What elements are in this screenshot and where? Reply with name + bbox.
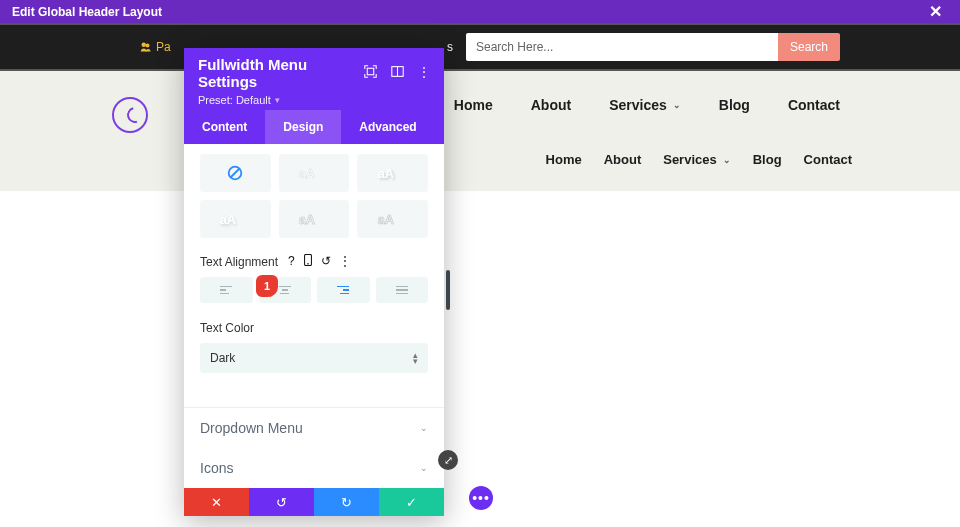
menu-dots-icon[interactable]: ⋮ bbox=[418, 65, 430, 81]
text-style-grid: aA aA aA aA aA bbox=[200, 154, 428, 238]
phone-icon[interactable] bbox=[303, 254, 313, 269]
svg-text:aA: aA bbox=[299, 166, 315, 181]
nav1-about[interactable]: About bbox=[531, 97, 571, 113]
text-style-aa-3[interactable]: aA bbox=[357, 154, 428, 192]
chevron-down-icon: ⌄ bbox=[420, 463, 428, 473]
panel-title: Fullwidth Menu Settings bbox=[198, 56, 364, 90]
svg-text:aA: aA bbox=[299, 212, 315, 227]
primary-menu: Home About Services⌄ Blog Contact bbox=[454, 97, 840, 113]
accordion-dropdown-menu[interactable]: Dropdown Menu ⌄ bbox=[184, 408, 444, 448]
text-alignment-label: Text Alignment bbox=[200, 255, 278, 269]
save-button[interactable]: ✓ bbox=[379, 488, 444, 516]
tab-design[interactable]: Design bbox=[265, 110, 341, 144]
svg-point-0 bbox=[142, 43, 147, 48]
text-style-aa-2[interactable]: aA bbox=[279, 154, 350, 192]
nav2-services[interactable]: Services⌄ bbox=[663, 152, 731, 167]
help-icon[interactable]: ? bbox=[288, 254, 295, 269]
expand-icon[interactable] bbox=[364, 65, 377, 81]
panel-tabs: Content Design Advanced bbox=[184, 110, 444, 144]
align-left[interactable] bbox=[200, 277, 253, 303]
svg-point-1 bbox=[146, 44, 150, 48]
nav1-contact[interactable]: Contact bbox=[788, 97, 840, 113]
text-color-label: Text Color bbox=[200, 321, 428, 335]
panel-header[interactable]: Fullwidth Menu Settings ⋮ Preset: Defaul… bbox=[184, 48, 444, 110]
cutoff-text: s bbox=[447, 40, 453, 54]
text-color-value: Dark bbox=[210, 351, 235, 365]
align-justify[interactable] bbox=[376, 277, 429, 303]
tab-content[interactable]: Content bbox=[184, 110, 265, 144]
text-alignment-options: 1 bbox=[200, 277, 428, 303]
secondary-menu: Home About Services⌄ Blog Contact bbox=[546, 152, 852, 167]
svg-rect-2 bbox=[367, 68, 374, 75]
drag-handle-icon[interactable]: ⤢ bbox=[438, 450, 458, 470]
nav2-blog[interactable]: Blog bbox=[753, 152, 782, 167]
chevron-down-icon: ▾ bbox=[275, 95, 280, 105]
panel-body: aA aA aA aA aA Text Alignment ? ↺ ⋮ bbox=[184, 144, 444, 387]
global-header-title: Edit Global Header Layout bbox=[12, 5, 162, 19]
svg-point-13 bbox=[307, 263, 309, 265]
pause-indicator: Pa bbox=[140, 40, 171, 54]
text-alignment-row: Text Alignment ? ↺ ⋮ bbox=[200, 254, 428, 269]
cancel-button[interactable]: ✕ bbox=[184, 488, 249, 516]
builder-toolbar: Pa s Search bbox=[0, 23, 960, 71]
text-style-aa-5[interactable]: aA bbox=[279, 200, 350, 238]
text-color-select[interactable]: Dark ▴▾ bbox=[200, 343, 428, 373]
more-dots-icon[interactable]: ⋮ bbox=[339, 254, 351, 269]
nav1-blog[interactable]: Blog bbox=[719, 97, 750, 113]
nav2-about[interactable]: About bbox=[604, 152, 642, 167]
preset-selector[interactable]: Preset: Default ▾ bbox=[198, 94, 430, 106]
chevron-down-icon: ⌄ bbox=[723, 155, 731, 165]
align-right[interactable] bbox=[317, 277, 370, 303]
close-icon[interactable]: ✕ bbox=[923, 2, 948, 21]
nav2-contact[interactable]: Contact bbox=[804, 152, 852, 167]
global-header-bar: Edit Global Header Layout ✕ bbox=[0, 0, 960, 23]
tab-advanced[interactable]: Advanced bbox=[341, 110, 434, 144]
panel-footer: ✕ ↺ ↻ ✓ bbox=[184, 488, 444, 516]
text-style-none[interactable] bbox=[200, 154, 271, 192]
svg-line-6 bbox=[231, 169, 240, 178]
text-style-aa-6[interactable]: aA bbox=[357, 200, 428, 238]
redo-button[interactable]: ↻ bbox=[314, 488, 379, 516]
undo-button[interactable]: ↺ bbox=[249, 488, 314, 516]
svg-text:aA: aA bbox=[220, 212, 236, 227]
nav1-home[interactable]: Home bbox=[454, 97, 493, 113]
site-header-preview: Home About Services⌄ Blog Contact Home A… bbox=[0, 71, 960, 191]
chevron-down-icon: ⌄ bbox=[673, 100, 681, 110]
text-style-aa-4[interactable]: aA bbox=[200, 200, 271, 238]
svg-text:aA: aA bbox=[377, 166, 393, 181]
select-arrows-icon: ▴▾ bbox=[413, 352, 418, 364]
svg-text:aA: aA bbox=[377, 212, 393, 227]
search-wrap: Search bbox=[466, 33, 840, 61]
columns-icon[interactable] bbox=[391, 65, 404, 81]
search-button[interactable]: Search bbox=[778, 33, 840, 61]
nav2-home[interactable]: Home bbox=[546, 152, 582, 167]
reset-icon[interactable]: ↺ bbox=[321, 254, 331, 269]
floating-menu-button[interactable]: ••• bbox=[469, 486, 493, 510]
search-input[interactable] bbox=[466, 33, 778, 61]
nav1-services[interactable]: Services⌄ bbox=[609, 97, 681, 113]
users-icon bbox=[140, 41, 152, 53]
chevron-down-icon: ⌄ bbox=[420, 423, 428, 433]
accordion: Dropdown Menu ⌄ Icons ⌄ bbox=[184, 407, 444, 488]
accordion-icons[interactable]: Icons ⌄ bbox=[184, 448, 444, 488]
settings-panel: Fullwidth Menu Settings ⋮ Preset: Defaul… bbox=[184, 48, 444, 516]
step-badge: 1 bbox=[256, 275, 278, 297]
divi-logo-icon bbox=[112, 97, 148, 133]
scrollbar-thumb[interactable] bbox=[446, 270, 450, 310]
